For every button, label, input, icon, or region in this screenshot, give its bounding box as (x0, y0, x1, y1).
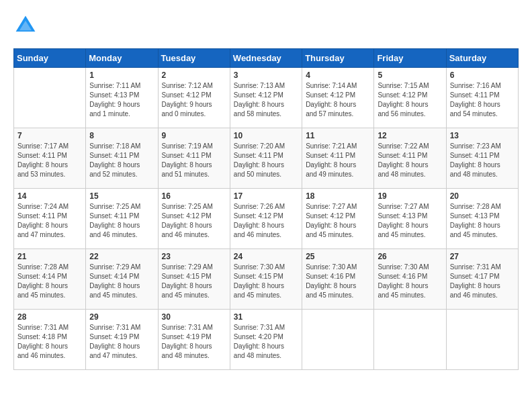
day-info: Sunrise: 7:30 AM Sunset: 4:15 PM Dayligh… (234, 263, 298, 300)
calendar-cell: 3Sunrise: 7:13 AM Sunset: 4:12 PM Daylig… (230, 68, 302, 128)
day-info: Sunrise: 7:27 AM Sunset: 4:13 PM Dayligh… (378, 202, 442, 240)
day-info: Sunrise: 7:25 AM Sunset: 4:12 PM Dayligh… (162, 202, 226, 240)
day-number: 11 (306, 131, 370, 140)
day-number: 14 (17, 191, 82, 201)
calendar-cell: 2Sunrise: 7:12 AM Sunset: 4:12 PM Daylig… (158, 68, 230, 128)
day-number: 1 (89, 71, 154, 80)
calendar-cell: 18Sunrise: 7:27 AM Sunset: 4:12 PM Dayli… (302, 189, 374, 249)
dow-monday: Monday (86, 49, 158, 68)
calendar-week-3: 14Sunrise: 7:24 AM Sunset: 4:11 PM Dayli… (14, 189, 519, 249)
calendar-week-5: 28Sunrise: 7:31 AM Sunset: 4:18 PM Dayli… (14, 310, 519, 370)
day-info: Sunrise: 7:23 AM Sunset: 4:11 PM Dayligh… (450, 142, 515, 179)
calendar-cell: 19Sunrise: 7:27 AM Sunset: 4:13 PM Dayli… (374, 189, 446, 249)
day-number: 28 (17, 312, 82, 322)
calendar-cell: 1Sunrise: 7:11 AM Sunset: 4:13 PM Daylig… (86, 68, 158, 128)
calendar-cell: 28Sunrise: 7:31 AM Sunset: 4:18 PM Dayli… (14, 310, 86, 370)
day-number: 16 (162, 191, 226, 201)
calendar-cell: 30Sunrise: 7:31 AM Sunset: 4:19 PM Dayli… (158, 310, 230, 370)
calendar-cell: 16Sunrise: 7:25 AM Sunset: 4:12 PM Dayli… (158, 189, 230, 249)
calendar-cell (374, 310, 446, 370)
calendar-cell: 22Sunrise: 7:29 AM Sunset: 4:14 PM Dayli… (86, 249, 158, 310)
day-of-week-header: SundayMondayTuesdayWednesdayThursdayFrid… (14, 49, 519, 68)
day-info: Sunrise: 7:28 AM Sunset: 4:13 PM Dayligh… (450, 202, 515, 240)
calendar-cell: 29Sunrise: 7:31 AM Sunset: 4:19 PM Dayli… (86, 310, 158, 370)
calendar-table: SundayMondayTuesdayWednesdayThursdayFrid… (13, 48, 519, 370)
day-number: 2 (162, 71, 226, 80)
day-number: 6 (450, 71, 515, 80)
day-number: 17 (234, 191, 298, 201)
day-number: 19 (378, 191, 442, 201)
day-info: Sunrise: 7:31 AM Sunset: 4:18 PM Dayligh… (17, 323, 82, 361)
day-number: 25 (306, 252, 370, 261)
dow-friday: Friday (374, 49, 446, 68)
day-number: 5 (378, 71, 442, 80)
dow-tuesday: Tuesday (158, 49, 230, 68)
dow-wednesday: Wednesday (230, 49, 302, 68)
day-info: Sunrise: 7:11 AM Sunset: 4:13 PM Dayligh… (89, 81, 154, 119)
calendar-cell (446, 310, 518, 370)
calendar-cell: 20Sunrise: 7:28 AM Sunset: 4:13 PM Dayli… (446, 189, 518, 249)
day-info: Sunrise: 7:19 AM Sunset: 4:11 PM Dayligh… (162, 142, 226, 179)
day-info: Sunrise: 7:30 AM Sunset: 4:16 PM Dayligh… (306, 263, 370, 300)
calendar-cell: 23Sunrise: 7:29 AM Sunset: 4:15 PM Dayli… (158, 249, 230, 310)
calendar-cell: 13Sunrise: 7:23 AM Sunset: 4:11 PM Dayli… (446, 128, 518, 189)
day-info: Sunrise: 7:14 AM Sunset: 4:12 PM Dayligh… (306, 81, 370, 119)
day-number: 3 (234, 71, 298, 80)
day-info: Sunrise: 7:29 AM Sunset: 4:14 PM Dayligh… (89, 263, 154, 300)
calendar-cell: 7Sunrise: 7:17 AM Sunset: 4:11 PM Daylig… (14, 128, 86, 189)
calendar-cell: 26Sunrise: 7:30 AM Sunset: 4:16 PM Dayli… (374, 249, 446, 310)
calendar-cell: 6Sunrise: 7:16 AM Sunset: 4:11 PM Daylig… (446, 68, 518, 128)
day-number: 27 (450, 252, 515, 261)
day-number: 29 (89, 312, 154, 322)
day-info: Sunrise: 7:20 AM Sunset: 4:11 PM Dayligh… (234, 142, 298, 179)
day-number: 31 (234, 312, 298, 322)
day-number: 23 (162, 252, 226, 261)
calendar-cell: 5Sunrise: 7:15 AM Sunset: 4:12 PM Daylig… (374, 68, 446, 128)
calendar-cell: 25Sunrise: 7:30 AM Sunset: 4:16 PM Dayli… (302, 249, 374, 310)
calendar-cell: 8Sunrise: 7:18 AM Sunset: 4:11 PM Daylig… (86, 128, 158, 189)
day-info: Sunrise: 7:15 AM Sunset: 4:12 PM Dayligh… (378, 81, 442, 119)
day-info: Sunrise: 7:16 AM Sunset: 4:11 PM Dayligh… (450, 81, 515, 119)
day-info: Sunrise: 7:21 AM Sunset: 4:11 PM Dayligh… (306, 142, 370, 179)
day-number: 18 (306, 191, 370, 201)
calendar-cell: 17Sunrise: 7:26 AM Sunset: 4:12 PM Dayli… (230, 189, 302, 249)
dow-sunday: Sunday (14, 49, 86, 68)
dow-saturday: Saturday (446, 49, 518, 68)
calendar-cell (14, 68, 86, 128)
day-number: 10 (234, 131, 298, 140)
day-number: 15 (89, 191, 154, 201)
calendar-cell: 11Sunrise: 7:21 AM Sunset: 4:11 PM Dayli… (302, 128, 374, 189)
day-info: Sunrise: 7:31 AM Sunset: 4:19 PM Dayligh… (162, 323, 226, 361)
calendar-week-2: 7Sunrise: 7:17 AM Sunset: 4:11 PM Daylig… (14, 128, 519, 189)
day-info: Sunrise: 7:12 AM Sunset: 4:12 PM Dayligh… (162, 81, 226, 119)
calendar-cell: 24Sunrise: 7:30 AM Sunset: 4:15 PM Dayli… (230, 249, 302, 310)
day-number: 12 (378, 131, 442, 140)
day-info: Sunrise: 7:29 AM Sunset: 4:15 PM Dayligh… (162, 263, 226, 300)
day-number: 9 (162, 131, 226, 140)
calendar-week-1: 1Sunrise: 7:11 AM Sunset: 4:13 PM Daylig… (14, 68, 519, 128)
logo (13, 13, 42, 38)
calendar-cell: 4Sunrise: 7:14 AM Sunset: 4:12 PM Daylig… (302, 68, 374, 128)
calendar-cell: 21Sunrise: 7:28 AM Sunset: 4:14 PM Dayli… (14, 249, 86, 310)
logo-icon (13, 13, 38, 38)
day-number: 24 (234, 252, 298, 261)
calendar-cell: 31Sunrise: 7:31 AM Sunset: 4:20 PM Dayli… (230, 310, 302, 370)
day-info: Sunrise: 7:28 AM Sunset: 4:14 PM Dayligh… (17, 263, 82, 300)
calendar-cell (302, 310, 374, 370)
calendar-week-4: 21Sunrise: 7:28 AM Sunset: 4:14 PM Dayli… (14, 249, 519, 310)
dow-thursday: Thursday (302, 49, 374, 68)
day-info: Sunrise: 7:27 AM Sunset: 4:12 PM Dayligh… (306, 202, 370, 240)
day-info: Sunrise: 7:25 AM Sunset: 4:11 PM Dayligh… (89, 202, 154, 240)
day-number: 4 (306, 71, 370, 80)
day-number: 8 (89, 131, 154, 140)
day-info: Sunrise: 7:18 AM Sunset: 4:11 PM Dayligh… (89, 142, 154, 179)
day-number: 26 (378, 252, 442, 261)
day-number: 20 (450, 191, 515, 201)
calendar-cell: 12Sunrise: 7:22 AM Sunset: 4:11 PM Dayli… (374, 128, 446, 189)
day-info: Sunrise: 7:22 AM Sunset: 4:11 PM Dayligh… (378, 142, 442, 179)
calendar-cell: 27Sunrise: 7:31 AM Sunset: 4:17 PM Dayli… (446, 249, 518, 310)
calendar-cell: 14Sunrise: 7:24 AM Sunset: 4:11 PM Dayli… (14, 189, 86, 249)
day-info: Sunrise: 7:26 AM Sunset: 4:12 PM Dayligh… (234, 202, 298, 240)
day-info: Sunrise: 7:31 AM Sunset: 4:17 PM Dayligh… (450, 263, 515, 300)
day-number: 22 (89, 252, 154, 261)
